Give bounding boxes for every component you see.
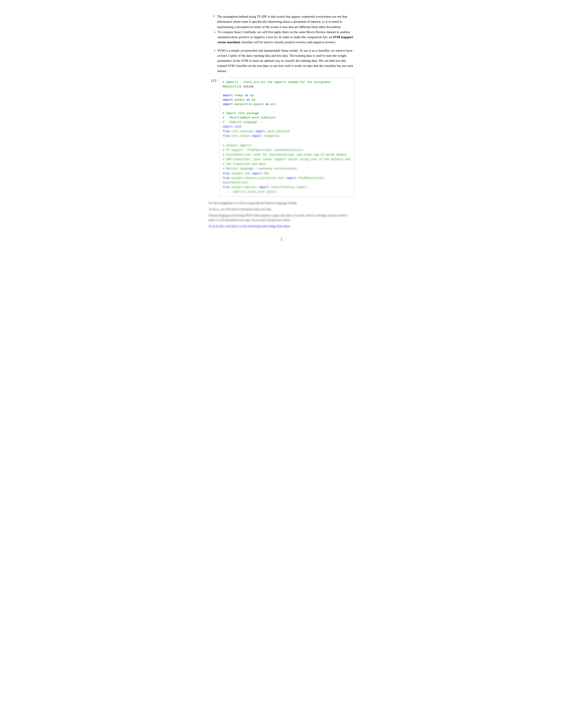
blurred-comment-5: # the transition and data (222, 162, 351, 166)
blurred-code-4: from sklearn.svm import SVC (222, 171, 351, 176)
blurred-comment-6: # Natural language + sentence vectorizat… (222, 167, 351, 171)
blurred-code-5: from sklearn.feature_extraction.text imp… (222, 176, 351, 185)
main-bullet-list: To compare those 2 methods, we will firs… (209, 30, 354, 74)
blurred-para-1: For this assignment we will be using nlt… (209, 201, 354, 206)
code-comment-4: # English language ... (222, 120, 351, 124)
bullet-item-2: SVM is a simple yet powerful and interpr… (217, 48, 354, 74)
code-blank-2 (222, 107, 351, 111)
code-import-numpy: import numpy as np (222, 93, 351, 98)
bullet-2-text: SVM is a simple yet powerful and interpr… (217, 49, 353, 73)
code-comment-2: # Import nltk package (222, 111, 351, 116)
code-box[interactable]: # Imports - these are all the imports ne… (219, 78, 354, 197)
blurred-comment-4: # SVM Classifier: uses linear support ve… (222, 157, 351, 162)
blurred-comment-1: # sklearn imports (222, 143, 351, 148)
blurred-comment-3: # CountVectorizer used for CountVectoriz… (222, 153, 351, 157)
star-list-item-text: The assumption behind using TF-IDF is th… (217, 15, 347, 29)
bullet-item-1: To compare those 2 methods, we will firs… (217, 30, 354, 45)
blurred-code-3: from nltk.corpus import stopwords (222, 134, 351, 138)
blurred-code-2: from nltk.tokenize import word_tokenize (222, 129, 351, 134)
page-number: 2 (281, 238, 283, 241)
page-content: The assumption behind using TF-IDF is th… (209, 14, 354, 241)
code-comment-1: # Imports - these are all the imports ne… (222, 80, 351, 84)
blurred-code-7: ....metrics.train_test_split) (222, 190, 351, 194)
code-blank-1 (222, 89, 351, 93)
code-matplotlib-inline: %matplotlib inline (222, 84, 351, 89)
code-import-matplotlib: import matplotlib.pyplot as plt (222, 102, 351, 107)
bullet-1-text-after: classifier will be used to classify posi… (240, 40, 336, 44)
cell-label: [1]: (209, 78, 219, 82)
code-cell-1: [1]: # Imports - these are all the impor… (209, 78, 354, 197)
code-import-pandas: import pandas as pd (222, 98, 351, 102)
blurred-para-2: To do so, we will need to download some … (209, 207, 354, 212)
blurred-para-3: Natural language processing (NLP) often … (209, 213, 354, 223)
blurred-code-blank (222, 139, 351, 143)
blurred-code-6: from sklearn.metrics import classificati… (222, 185, 351, 190)
page-footer: 2 (209, 238, 354, 241)
blurred-comment-2: # TF support: TfidfVectorizer (CountVect… (222, 148, 351, 152)
star-list-item: The assumption behind using TF-IDF is th… (213, 14, 354, 30)
star-list: The assumption behind using TF-IDF is th… (209, 14, 354, 30)
code-comment-3: # PennTreeBank word tokenizer (222, 116, 351, 120)
bullet-1-text-before: To compare those 2 methods, we will firs… (217, 30, 350, 39)
blurred-code-1: import nltk (222, 125, 351, 129)
blurred-para-4: So to do this, run below, to let's downl… (209, 224, 354, 229)
